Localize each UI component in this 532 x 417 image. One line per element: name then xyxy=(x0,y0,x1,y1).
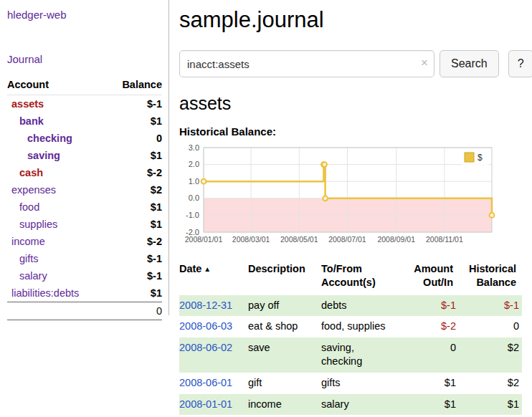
account-link[interactable]: bank xyxy=(19,115,44,127)
accounts-cell: food, supplies xyxy=(321,316,399,337)
account-name-cell: liabilities:debts xyxy=(7,284,107,302)
account-link[interactable]: assets xyxy=(11,98,44,110)
x-tick-label: 2008/05/01 xyxy=(280,235,318,244)
x-tick-label: 2008/09/01 xyxy=(377,235,415,244)
balance-cell: $1 xyxy=(459,394,522,416)
account-link[interactable]: food xyxy=(19,201,39,213)
account-link[interactable]: liabilities:debts xyxy=(11,287,79,299)
register-header-amount: Amount Out/In xyxy=(399,261,459,295)
help-button[interactable]: ? xyxy=(508,50,532,77)
account-balance: $1 xyxy=(107,216,162,233)
account-link[interactable]: supplies xyxy=(19,219,57,230)
data-point xyxy=(322,162,327,167)
account-row: salary$-1 xyxy=(7,267,162,284)
x-tick-label: 2008/01/01 xyxy=(185,235,223,244)
total-spacer xyxy=(7,302,107,320)
account-balance: $-2 xyxy=(107,164,162,181)
register-row: 2008-12-31pay offdebts$-1$-1 xyxy=(179,295,522,317)
account-row: bank$1 xyxy=(7,112,162,130)
account-link[interactable]: gifts xyxy=(19,253,39,264)
account-link[interactable]: salary xyxy=(19,270,47,282)
x-tick-label: 2008/03/01 xyxy=(232,235,270,244)
search-input[interactable] xyxy=(179,50,434,77)
account-name-cell: salary xyxy=(7,267,107,284)
accounts-header-row: Account Balance xyxy=(7,77,162,95)
account-row: food$1 xyxy=(7,198,162,216)
x-tick-label: 2008/07/01 xyxy=(328,235,366,244)
search-row: × Search ? xyxy=(179,50,532,77)
register-row: 2008-06-02savesaving, checking0$2 xyxy=(179,337,522,373)
register-header-description: Description xyxy=(248,261,321,295)
description-cell: gift xyxy=(248,373,321,394)
account-row: income$-2 xyxy=(7,233,162,250)
register-table: Date ▲DescriptionTo/From Account(s)Amoun… xyxy=(179,261,522,415)
account-name-cell: gifts xyxy=(7,250,107,267)
account-column-header: Account xyxy=(7,77,107,95)
account-balance: $2 xyxy=(107,181,162,198)
balance-column-header: Balance xyxy=(107,77,162,95)
account-link[interactable]: cash xyxy=(19,167,43,178)
balance-cell: $2 xyxy=(459,373,522,394)
page: hledger-web Journal Account Balance asse… xyxy=(0,0,532,417)
data-point xyxy=(323,196,328,201)
accounts-total: 0 xyxy=(107,302,162,320)
accounts-total-row: 0 xyxy=(7,302,162,320)
account-row: gifts$-1 xyxy=(7,250,162,267)
register-row: 2008-06-03eat & shopfood, supplies$-20 xyxy=(179,316,522,337)
date-cell: 2008-06-02 xyxy=(179,337,248,373)
date-link[interactable]: 2008-01-01 xyxy=(179,398,232,410)
date-cell: 2008-06-01 xyxy=(179,373,248,394)
date-link[interactable]: 2008-06-01 xyxy=(179,377,232,388)
x-tick-label: 2008/11/01 xyxy=(426,235,463,244)
search-button[interactable]: Search xyxy=(440,50,499,77)
account-name-cell: food xyxy=(7,198,107,216)
account-balance: 0 xyxy=(107,130,162,147)
date-link[interactable]: 2008-06-03 xyxy=(179,320,232,332)
date-cell: 2008-01-01 xyxy=(179,394,248,416)
y-tick-label: 1.0 xyxy=(189,177,199,186)
description-cell: save xyxy=(248,337,321,373)
y-tick-label: 2.0 xyxy=(189,160,199,168)
register-row: 2008-06-01giftgifts$1$2 xyxy=(179,373,522,394)
account-row: supplies$1 xyxy=(7,216,162,233)
account-balance: $1 xyxy=(107,198,162,216)
clear-search-icon[interactable]: × xyxy=(421,56,428,70)
account-link[interactable]: expenses xyxy=(11,184,56,196)
chart-svg: 3.02.01.00.0-1.0-2.02008/01/012008/03/01… xyxy=(179,143,500,252)
description-cell: income xyxy=(248,394,321,416)
register-header-accounts: To/From Account(s) xyxy=(321,261,399,295)
accounts-cell: saving, checking xyxy=(321,337,399,373)
app-title-link[interactable]: hledger-web xyxy=(7,9,67,21)
account-row: checking0 xyxy=(7,130,162,147)
account-row: cash$-2 xyxy=(7,164,162,181)
account-heading: assets xyxy=(179,93,532,114)
account-name-cell: cash xyxy=(7,164,107,181)
date-link[interactable]: 2008-06-02 xyxy=(179,342,232,353)
register-row: 2008-01-01incomesalary$1$1 xyxy=(179,394,522,416)
balance-cell: $-1 xyxy=(459,295,522,317)
y-tick-label: -1.0 xyxy=(186,211,199,219)
account-link[interactable]: saving xyxy=(27,150,60,161)
register-header-date[interactable]: Date ▲ xyxy=(179,261,248,295)
register-header-row: Date ▲DescriptionTo/From Account(s)Amoun… xyxy=(179,261,522,295)
account-balance: $-1 xyxy=(107,95,162,113)
account-name-cell: bank xyxy=(7,112,107,130)
balance-chart: 3.02.01.00.0-1.0-2.02008/01/012008/03/01… xyxy=(179,143,500,255)
description-cell: pay off xyxy=(248,295,321,317)
amount-cell: $1 xyxy=(399,394,459,416)
account-name-cell: saving xyxy=(7,147,107,164)
sort-asc-icon: ▲ xyxy=(201,265,211,273)
account-balance: $1 xyxy=(107,147,162,164)
date-cell: 2008-06-03 xyxy=(179,316,248,337)
date-link[interactable]: 2008-12-31 xyxy=(179,299,232,311)
account-row: assets$-1 xyxy=(7,95,162,113)
account-link[interactable]: income xyxy=(11,236,45,247)
chart-legend: $ xyxy=(462,150,489,165)
legend-label: $ xyxy=(478,153,483,163)
search-box: × xyxy=(179,50,434,77)
account-name-cell: checking xyxy=(7,130,107,147)
account-link[interactable]: checking xyxy=(27,133,72,144)
register-header-balance: Historical Balance xyxy=(459,261,522,295)
amount-cell: $1 xyxy=(399,373,459,394)
journal-link[interactable]: Journal xyxy=(7,53,42,65)
